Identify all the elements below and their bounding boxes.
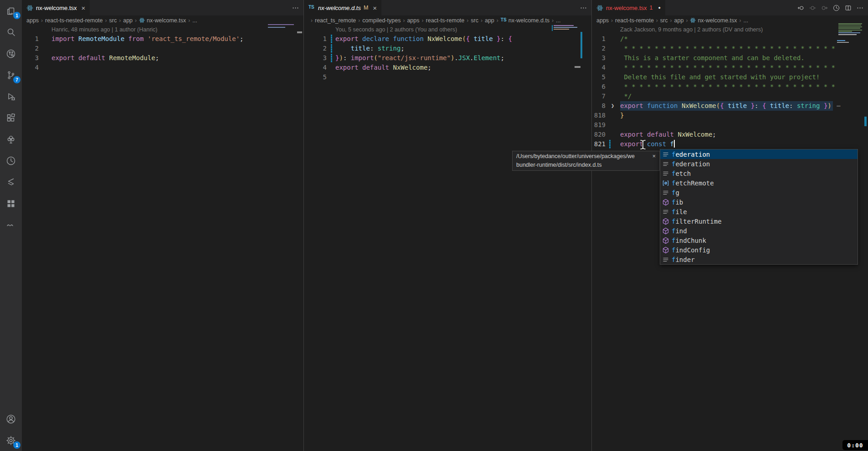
- code-line[interactable]: 4 * * * * * * * * * * * * * * * * * * * …: [592, 63, 868, 72]
- breadcrumb-item-nx-welcome.tsx[interactable]: nx-welcome.tsx: [690, 17, 737, 24]
- breadcrumb-separator: ›: [135, 17, 137, 24]
- suggest-item-findChunk[interactable]: findChunk: [660, 236, 858, 245]
- code-line[interactable]: 5: [304, 72, 591, 82]
- tab-label: nx-welcome.tsx: [36, 5, 77, 11]
- account-icon[interactable]: [0, 408, 22, 430]
- tree-extension-icon[interactable]: [0, 128, 22, 150]
- code-line[interactable]: 8❯export function NxWelcome({ title }: {…: [592, 101, 868, 111]
- breadcrumb-item-nx-welcome.tsx[interactable]: nx-welcome.tsx: [139, 17, 186, 24]
- extensions-icon[interactable]: [0, 107, 22, 128]
- editor-pane[interactable]: Hanric, 48 minutes ago | 1 author (Hanri…: [22, 25, 303, 72]
- nx-console-icon[interactable]: [0, 171, 22, 193]
- code-line[interactable]: 7 */: [592, 92, 868, 101]
- split-editor-icon[interactable]: [844, 4, 852, 12]
- suggest-item-find[interactable]: find: [660, 226, 858, 236]
- code-line[interactable]: 2 * * * * * * * * * * * * * * * * * * * …: [592, 44, 868, 53]
- code-line[interactable]: 2 title: string;: [304, 44, 591, 53]
- breadcrumb-label: nx-welcome.d.ts: [508, 17, 550, 24]
- vscode-window: 171 nx-welcome.tsx×apps›react-ts-nested-…: [0, 0, 868, 451]
- method-icon: [662, 246, 669, 254]
- suggest-item-findConfig[interactable]: findConfig: [660, 245, 858, 255]
- breadcrumb-item-...[interactable]: ...: [556, 17, 560, 24]
- breadcrumb-item-app[interactable]: app: [485, 17, 494, 24]
- suggest-item-fib[interactable]: fib: [660, 197, 858, 207]
- code-line[interactable]: 3}): import("react/jsx-runtime").JSX.Ele…: [304, 53, 591, 63]
- suggest-item-fetch[interactable]: fetch: [660, 169, 858, 178]
- breadcrumb-item-...[interactable]: ...: [192, 17, 197, 24]
- editor-actions: [292, 0, 299, 15]
- close-icon[interactable]: ×: [650, 152, 656, 161]
- more-icon[interactable]: [292, 4, 299, 12]
- breadcrumb-item-react-ts-remote[interactable]: react-ts-remote: [426, 17, 465, 24]
- code-line[interactable]: 4export default NxWelcome;: [304, 63, 591, 72]
- breadcrumb-item-apps[interactable]: apps: [596, 17, 609, 24]
- source-control-icon[interactable]: 7: [0, 64, 22, 86]
- code-text: export default NxWelcome;: [620, 130, 868, 139]
- code-line[interactable]: 818}: [592, 111, 868, 120]
- tab-nx-welcome.tsx[interactable]: nx-welcome.tsx×: [22, 0, 90, 15]
- breadcrumb-item-reacttsremote[interactable]: react_ts_remote: [315, 17, 356, 24]
- breadcrumb-item-src[interactable]: src: [660, 17, 668, 24]
- settings-gear-icon[interactable]: 1: [0, 430, 22, 451]
- history-icon[interactable]: [832, 4, 840, 12]
- fold-ellipsis[interactable]: ⋯: [833, 102, 841, 109]
- breadcrumb-item-compiled-types[interactable]: compiled-types: [362, 17, 401, 24]
- code-line[interactable]: 1/*: [592, 34, 868, 44]
- suggest-item-fg[interactable]: fg: [660, 188, 858, 197]
- breadcrumb-item-...[interactable]: ...: [744, 17, 748, 24]
- code-line[interactable]: 3export default RemoteModule;: [22, 53, 303, 63]
- fold-chevron-icon[interactable]: ❯: [611, 101, 614, 111]
- suggest-item-fetchRemote[interactable]: fetchRemote: [660, 178, 858, 188]
- editor-pane[interactable]: Zack Jackson, 9 months ago | 2 authors (…: [592, 25, 868, 149]
- breadcrumb-item-src[interactable]: src: [471, 17, 478, 24]
- code-line[interactable]: 819: [592, 120, 868, 130]
- breadcrumb-item-react-ts-remote[interactable]: react-ts-remote: [615, 17, 654, 24]
- tab-nx-welcome.tsx[interactable]: nx-welcome.tsx1●: [592, 0, 665, 15]
- squiggle-extension-icon[interactable]: [0, 214, 22, 236]
- breadcrumb-item-react-ts-nested-remote[interactable]: react-ts-nested-remote: [45, 17, 103, 24]
- more-icon[interactable]: [580, 4, 587, 12]
- more-icon[interactable]: [856, 4, 864, 12]
- suggest-item-finder[interactable]: finder: [660, 255, 858, 264]
- breadcrumb-item-apps[interactable]: apps: [26, 17, 39, 24]
- mouse-ibeam-cursor: [639, 139, 647, 153]
- code-line[interactable]: 6 * * * * * * * * * * * * * * * * * * * …: [592, 82, 868, 92]
- breadcrumb-item-app[interactable]: app: [123, 17, 133, 24]
- suggest-widget: federationfederationfetchfetchRemotefgfi…: [660, 149, 858, 265]
- minimap-decoration: [838, 26, 862, 27]
- editor-pane[interactable]: You, 5 seconds ago | 2 authors (You and …: [304, 25, 591, 82]
- close-icon[interactable]: ×: [373, 4, 377, 12]
- tab-nx-welcome.d.ts[interactable]: TSnx-welcome.d.tsM×: [304, 0, 381, 15]
- prev-change-icon[interactable]: [797, 4, 805, 12]
- history-icon[interactable]: [0, 150, 22, 171]
- suggest-item-federation[interactable]: federation: [660, 149, 858, 159]
- close-icon[interactable]: ×: [82, 4, 86, 12]
- code-line[interactable]: 3 This is a starter component and can be…: [592, 53, 868, 63]
- code-line[interactable]: 2: [22, 44, 303, 53]
- breadcrumb-label: compiled-types: [362, 17, 401, 24]
- breadcrumb-item-apps[interactable]: apps: [407, 17, 419, 24]
- breadcrumb-item-src[interactable]: src: [109, 17, 117, 24]
- code-line[interactable]: 5 Delete this file and get started with …: [592, 72, 868, 82]
- code-line[interactable]: 1import RemoteModule from 'react_ts_remo…: [22, 34, 303, 44]
- breadcrumb-item-nx-welcome.d.ts[interactable]: TSnx-welcome.d.ts: [501, 17, 550, 24]
- grid-extension-icon[interactable]: [0, 193, 22, 214]
- gutter: 4: [22, 63, 51, 72]
- suggest-item-filterRuntime[interactable]: filterRuntime: [660, 216, 858, 226]
- code-line[interactable]: 821export const f: [592, 139, 868, 149]
- code-text: * * * * * * * * * * * * * * * * * * * * …: [620, 82, 868, 92]
- code-line[interactable]: 4: [22, 63, 303, 72]
- breadcrumb-item-app[interactable]: app: [674, 17, 684, 24]
- run-debug-icon[interactable]: [0, 86, 22, 107]
- curr-change-icon[interactable]: [809, 4, 817, 12]
- commit-graph-icon[interactable]: [0, 43, 22, 64]
- code-line[interactable]: 820export default NxWelcome;: [592, 130, 868, 139]
- code-text: [51, 44, 303, 53]
- suggest-item-file[interactable]: file: [660, 207, 858, 216]
- search-icon[interactable]: [0, 21, 22, 43]
- next-change-icon[interactable]: [821, 4, 828, 12]
- breadcrumb-label: apps: [596, 17, 609, 24]
- code-line[interactable]: 1export declare function NxWelcome({ tit…: [304, 34, 591, 44]
- suggest-item-federation[interactable]: federation: [660, 159, 858, 169]
- explorer-icon[interactable]: 1: [0, 0, 22, 21]
